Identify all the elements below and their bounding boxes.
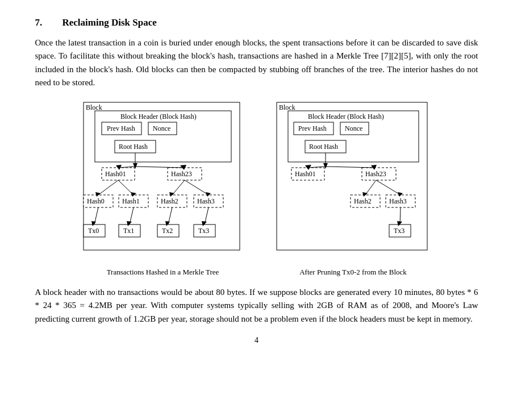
left-tx0: Tx0 (88, 227, 99, 235)
left-block-label: Block (86, 103, 102, 111)
page: 7. Reclaiming Disk Space Once the latest… (24, 0, 490, 362)
bottom-paragraph: A block header with no transactions woul… (35, 286, 478, 326)
left-prev-hash: Prev Hash (107, 124, 135, 132)
left-tx1: Tx1 (123, 227, 134, 235)
left-root-hash: Root Hash (119, 143, 148, 151)
section-title: Reclaiming Disk Space (62, 17, 157, 28)
right-diagram-svg: Block Block Header (Block Hash) Prev Has… (271, 99, 436, 264)
diagrams-row: Block Block Header (Block Hash) Prev Has… (35, 99, 478, 277)
right-block-label: Block (279, 103, 295, 111)
intro-paragraph: Once the latest transaction in a coin is… (35, 36, 478, 89)
right-tx3: Tx3 (394, 227, 404, 235)
page-number: 4 (35, 336, 478, 345)
left-hash0: Hash0 (87, 197, 105, 205)
left-nonce: Nonce (153, 124, 170, 132)
right-hash3: Hash3 (389, 197, 407, 205)
left-caption: Transactions Hashed in a Merkle Tree (107, 268, 219, 277)
right-diagram: Block Block Header (Block Hash) Prev Has… (271, 99, 436, 277)
right-nonce: Nonce (345, 124, 362, 132)
right-root-hash: Root Hash (309, 143, 338, 151)
right-caption: After Pruning Tx0-2 from the Block (299, 268, 407, 277)
right-hash01: Hash01 (295, 170, 316, 178)
left-tx3: Tx3 (198, 227, 209, 235)
left-hash3: Hash3 (197, 197, 215, 205)
right-prev-hash: Prev Hash (298, 124, 327, 132)
left-hash2: Hash2 (161, 197, 178, 205)
left-diagram-svg: Block Block Header (Block Hash) Prev Has… (78, 99, 248, 264)
right-hash2: Hash2 (354, 197, 372, 205)
left-hash01: Hash01 (105, 170, 126, 178)
section-header: 7. Reclaiming Disk Space (35, 17, 478, 28)
left-header-label: Block Header (Block Hash) (120, 113, 197, 120)
right-hash23: Hash23 (365, 170, 386, 178)
left-hash23: Hash23 (171, 170, 192, 178)
right-header-label: Block Header (Block Hash) (308, 113, 384, 120)
left-diagram: Block Block Header (Block Hash) Prev Has… (78, 99, 248, 277)
section-number: 7. (35, 17, 52, 28)
left-hash1: Hash1 (122, 197, 140, 205)
left-tx2: Tx2 (162, 227, 173, 235)
